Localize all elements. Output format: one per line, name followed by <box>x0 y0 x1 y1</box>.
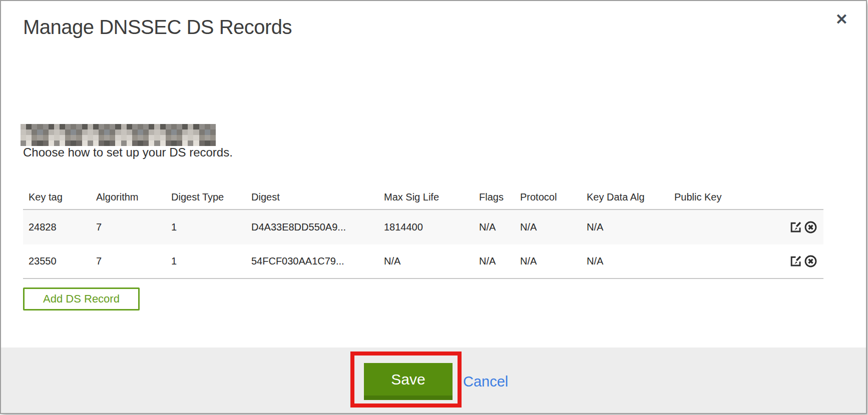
delete-icon[interactable] <box>804 254 817 268</box>
cell-key-data-alg: N/A <box>581 222 669 233</box>
cell-protocol: N/A <box>515 222 581 233</box>
cell-key-tag: 23550 <box>23 256 91 267</box>
cancel-link[interactable]: Cancel <box>463 374 508 390</box>
column-header-key-data-alg: Key Data Alg <box>581 192 669 203</box>
column-header-digest-type: Digest Type <box>166 192 246 203</box>
delete-icon[interactable] <box>804 220 817 234</box>
edit-icon[interactable] <box>789 220 802 234</box>
cell-digest: 54FCF030AA1C79... <box>246 256 378 267</box>
column-header-protocol: Protocol <box>515 192 581 203</box>
cell-digest-type: 1 <box>166 256 246 267</box>
manage-dnssec-modal: Manage DNSSEC DS Records ✕ Choose how to… <box>0 0 867 414</box>
column-header-public-key: Public Key <box>669 192 749 203</box>
cell-key-data-alg: N/A <box>581 256 669 267</box>
row-actions <box>749 220 823 234</box>
column-header-flags: Flags <box>474 192 515 203</box>
column-header-key-tag: Key tag <box>23 192 91 203</box>
column-header-max-sig-life: Max Sig Life <box>378 192 474 203</box>
save-button[interactable]: Save <box>364 363 453 400</box>
cell-protocol: N/A <box>515 256 581 267</box>
cell-max-sig-life: 1814400 <box>378 222 474 233</box>
close-icon[interactable]: ✕ <box>835 12 848 27</box>
table-row: 24828 7 1 D4A33E8DD550A9... 1814400 N/A … <box>23 210 823 244</box>
column-header-algorithm: Algorithm <box>91 192 166 203</box>
cell-algorithm: 7 <box>91 222 166 233</box>
table-header-row: Key tag Algorithm Digest Type Digest Max… <box>23 185 823 210</box>
cell-max-sig-life: N/A <box>378 256 474 267</box>
cell-flags: N/A <box>474 222 515 233</box>
cell-algorithm: 7 <box>91 256 166 267</box>
modal-title: Manage DNSSEC DS Records <box>23 16 292 38</box>
add-ds-record-button[interactable]: Add DS Record <box>23 288 140 310</box>
edit-icon[interactable] <box>789 254 802 268</box>
cell-digest-type: 1 <box>166 222 246 233</box>
column-header-digest: Digest <box>246 192 378 203</box>
row-actions <box>749 254 823 268</box>
instruction-text: Choose how to set up your DS records. <box>23 146 233 160</box>
cell-digest: D4A33E8DD550A9... <box>246 222 378 233</box>
ds-records-table: Key tag Algorithm Digest Type Digest Max… <box>23 185 823 279</box>
cell-flags: N/A <box>474 256 515 267</box>
table-row: 23550 7 1 54FCF030AA1C79... N/A N/A N/A … <box>23 244 823 279</box>
redacted-domain-name <box>21 124 216 146</box>
cell-key-tag: 24828 <box>23 222 91 233</box>
